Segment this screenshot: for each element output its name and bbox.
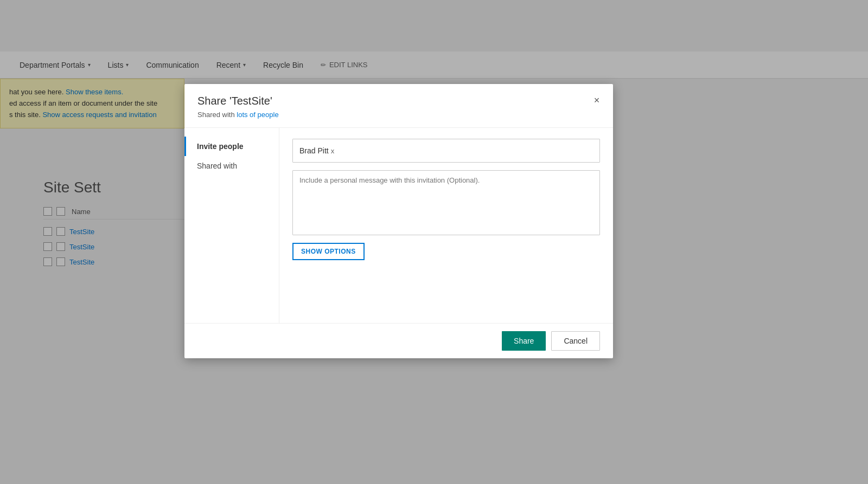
person-name: Brad Pitt bbox=[299, 146, 329, 155]
personal-message-input[interactable] bbox=[292, 170, 600, 235]
share-dialog: Share 'TestSite' Shared with lots of peo… bbox=[184, 84, 613, 358]
remove-person-button[interactable]: x bbox=[331, 147, 335, 155]
share-button[interactable]: Share bbox=[502, 331, 546, 351]
people-tag-brad-pitt: Brad Pitt x bbox=[299, 146, 334, 155]
tab-invite-people[interactable]: Invite people bbox=[184, 137, 279, 156]
modal-content-area: Brad Pitt x SHOW OPTIONS bbox=[279, 128, 613, 323]
subtitle-prefix: Shared with bbox=[197, 111, 235, 119]
people-input-field[interactable]: Brad Pitt x bbox=[292, 139, 600, 163]
close-button[interactable]: × bbox=[589, 93, 604, 108]
show-options-button[interactable]: SHOW OPTIONS bbox=[292, 243, 365, 260]
modal-title: Share 'TestSite' bbox=[197, 95, 600, 107]
lots-of-people-link[interactable]: lots of people bbox=[237, 111, 278, 119]
cancel-button[interactable]: Cancel bbox=[551, 331, 600, 351]
modal-footer: Share Cancel bbox=[184, 323, 613, 358]
modal-body: Invite people Shared with Brad Pitt x SH… bbox=[184, 128, 613, 323]
modal-tabs: Invite people Shared with bbox=[184, 128, 279, 323]
modal-subtitle: Shared with lots of people bbox=[197, 111, 600, 119]
modal-header: Share 'TestSite' Shared with lots of peo… bbox=[184, 84, 613, 128]
tab-shared-with[interactable]: Shared with bbox=[184, 156, 279, 176]
